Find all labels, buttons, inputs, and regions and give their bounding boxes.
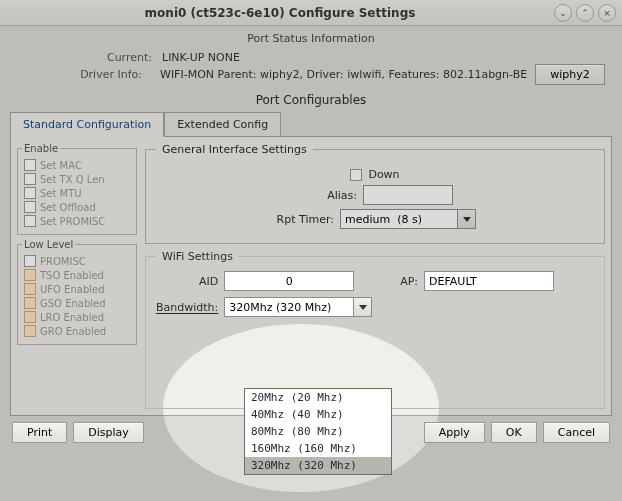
down-checkbox[interactable]	[350, 169, 362, 181]
aid-input[interactable]	[224, 271, 354, 291]
cancel-button[interactable]: Cancel	[543, 422, 610, 443]
bandwidth-option[interactable]: 80Mhz (80 Mhz)	[245, 423, 391, 440]
enable-set-txqlen[interactable]: Set TX Q Len	[22, 172, 132, 186]
tab-panel-standard: Enable Set MAC Set TX Q Len Set MTU Set …	[10, 136, 612, 416]
wifi-settings-group: WiFi Settings AID AP: Bandwidth:	[145, 250, 605, 409]
wiphy-button[interactable]: wiphy2	[535, 64, 605, 85]
lowlevel-gro[interactable]: GRO Enabled	[22, 324, 132, 338]
window-title: moni0 (ct523c-6e10) Configure Settings	[6, 6, 554, 20]
psi-current-value: LINK-UP NONE	[162, 51, 612, 64]
lowlevel-group: Low Level PROMISC TSO Enabled UFO Enable…	[17, 239, 137, 345]
display-button[interactable]: Display	[73, 422, 144, 443]
ok-button[interactable]: OK	[491, 422, 537, 443]
checkbox-icon	[24, 283, 36, 295]
checkbox-icon	[24, 173, 36, 185]
checkbox-icon	[24, 311, 36, 323]
alias-label: Alias:	[297, 189, 357, 202]
bandwidth-dropdown[interactable]: 20Mhz (20 Mhz) 40Mhz (40 Mhz) 80Mhz (80 …	[244, 388, 392, 475]
enable-group: Enable Set MAC Set TX Q Len Set MTU Set …	[17, 143, 137, 235]
rpt-timer-label: Rpt Timer:	[274, 213, 334, 226]
checkbox-icon	[24, 255, 36, 267]
configurables-title: Port Configurables	[10, 93, 612, 107]
lowlevel-tso[interactable]: TSO Enabled	[22, 268, 132, 282]
bandwidth-combo[interactable]	[224, 297, 394, 317]
checkbox-icon	[24, 159, 36, 171]
enable-set-promisc[interactable]: Set PROMISC	[22, 214, 132, 228]
checkbox-icon	[24, 297, 36, 309]
checkbox-icon	[24, 215, 36, 227]
minimize-button[interactable]: ⌄	[554, 4, 572, 22]
psi-current-label: Current:	[74, 51, 162, 64]
checkbox-icon	[24, 325, 36, 337]
checkbox-icon	[24, 187, 36, 199]
rpt-timer-value[interactable]	[340, 209, 458, 229]
bandwidth-option-selected[interactable]: 320Mhz (320 Mhz)	[245, 457, 391, 474]
bandwidth-label: Bandwidth:	[156, 301, 218, 314]
lowlevel-legend: Low Level	[22, 239, 75, 250]
lowlevel-lro[interactable]: LRO Enabled	[22, 310, 132, 324]
down-label: Down	[368, 168, 399, 181]
ap-label: AP:	[400, 275, 418, 288]
maximize-button[interactable]: ⌃	[576, 4, 594, 22]
checkbox-icon	[24, 269, 36, 281]
psi-driver-label: Driver Info:	[74, 68, 152, 81]
bandwidth-option[interactable]: 20Mhz (20 Mhz)	[245, 389, 391, 406]
tab-standard[interactable]: Standard Configuration	[10, 112, 164, 137]
alias-input[interactable]	[363, 185, 453, 205]
chevron-down-icon[interactable]	[458, 209, 476, 229]
tab-extended[interactable]: Extended Config	[164, 112, 281, 137]
window-controls: ⌄ ⌃ ×	[554, 4, 616, 22]
psi-driver-value: WIFI-MON Parent: wiphy2, Driver: iwlwifi…	[160, 68, 527, 81]
enable-set-mtu[interactable]: Set MTU	[22, 186, 132, 200]
enable-set-offload[interactable]: Set Offload	[22, 200, 132, 214]
apply-button[interactable]: Apply	[424, 422, 485, 443]
enable-set-mac[interactable]: Set MAC	[22, 158, 132, 172]
tab-bar: Standard Configuration Extended Config	[10, 111, 612, 136]
general-legend: General Interface Settings	[156, 143, 313, 156]
checkbox-icon	[24, 201, 36, 213]
aid-label: AID	[156, 275, 218, 288]
titlebar: moni0 (ct523c-6e10) Configure Settings ⌄…	[0, 0, 622, 26]
lowlevel-gso[interactable]: GSO Enabled	[22, 296, 132, 310]
enable-legend: Enable	[22, 143, 60, 154]
bandwidth-option[interactable]: 40Mhz (40 Mhz)	[245, 406, 391, 423]
ap-input[interactable]	[424, 271, 554, 291]
psi-section-title: Port Status Information	[10, 32, 612, 45]
bandwidth-value[interactable]	[224, 297, 354, 317]
rpt-timer-combo[interactable]	[340, 209, 476, 229]
general-settings-group: General Interface Settings Down Alias: R…	[145, 143, 605, 244]
lowlevel-ufo[interactable]: UFO Enabled	[22, 282, 132, 296]
print-button[interactable]: Print	[12, 422, 67, 443]
lowlevel-promisc[interactable]: PROMISC	[22, 254, 132, 268]
close-button[interactable]: ×	[598, 4, 616, 22]
bandwidth-option[interactable]: 160Mhz (160 Mhz)	[245, 440, 391, 457]
wifi-legend: WiFi Settings	[156, 250, 239, 263]
chevron-down-icon[interactable]	[354, 297, 372, 317]
